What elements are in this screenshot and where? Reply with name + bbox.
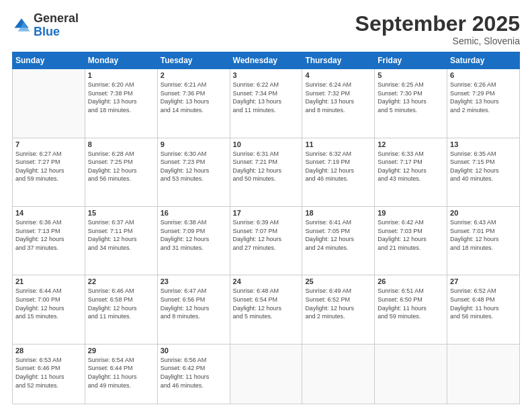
day-number: 18 [305,209,371,217]
calendar-cell: 19Sunrise: 6:42 AMSunset: 7:03 PMDayligh… [375,207,447,275]
calendar-header-thursday: Thursday [302,52,375,69]
day-number: 25 [305,277,371,285]
day-number: 17 [233,209,300,217]
cell-info: Sunrise: 6:47 AMSunset: 6:56 PMDaylight:… [161,287,227,320]
calendar-cell: 26Sunrise: 6:51 AMSunset: 6:50 PMDayligh… [375,275,447,344]
day-number: 21 [15,277,82,285]
calendar-cell: 4Sunrise: 6:24 AMSunset: 7:32 PMDaylight… [302,69,375,138]
calendar-header-friday: Friday [375,52,447,69]
calendar-cell: 9Sunrise: 6:30 AMSunset: 7:23 PMDaylight… [157,138,230,206]
calendar-cell [13,69,85,138]
day-number: 7 [15,140,82,148]
logo: General Blue [12,12,79,39]
day-number: 27 [450,277,517,285]
calendar-header-monday: Monday [85,52,157,69]
calendar-cell: 18Sunrise: 6:41 AMSunset: 7:05 PMDayligh… [302,207,375,275]
calendar-cell: 14Sunrise: 6:36 AMSunset: 7:13 PMDayligh… [13,207,85,275]
cell-info: Sunrise: 6:56 AMSunset: 6:42 PMDaylight:… [161,356,227,390]
cell-info: Sunrise: 6:22 AMSunset: 7:34 PMDaylight:… [233,81,300,114]
calendar-cell: 25Sunrise: 6:49 AMSunset: 6:52 PMDayligh… [302,275,375,344]
day-number: 22 [88,277,154,285]
logo-text: General Blue [34,12,79,39]
calendar-cell: 29Sunrise: 6:54 AMSunset: 6:44 PMDayligh… [85,344,157,404]
calendar-cell: 27Sunrise: 6:52 AMSunset: 6:48 PMDayligh… [447,275,520,344]
month-title: September 2025 [355,12,520,36]
cell-info: Sunrise: 6:43 AMSunset: 7:01 PMDaylight:… [450,218,517,252]
cell-info: Sunrise: 6:54 AMSunset: 6:44 PMDaylight:… [88,356,154,390]
day-number: 9 [161,140,227,148]
day-number: 16 [161,209,227,217]
cell-info: Sunrise: 6:42 AMSunset: 7:03 PMDaylight:… [378,218,444,252]
calendar-cell: 17Sunrise: 6:39 AMSunset: 7:07 PMDayligh… [230,207,302,275]
cell-info: Sunrise: 6:41 AMSunset: 7:05 PMDaylight:… [305,218,371,252]
calendar-week-1: 1Sunrise: 6:20 AMSunset: 7:38 PMDaylight… [13,69,520,138]
day-number: 12 [378,140,444,148]
logo-blue: Blue [34,26,79,39]
day-number: 15 [88,209,154,217]
cell-info: Sunrise: 6:30 AMSunset: 7:23 PMDaylight:… [161,150,227,183]
cell-info: Sunrise: 6:24 AMSunset: 7:32 PMDaylight:… [305,81,371,114]
day-number: 30 [161,347,227,355]
cell-info: Sunrise: 6:21 AMSunset: 7:36 PMDaylight:… [161,81,227,114]
calendar-cell: 3Sunrise: 6:22 AMSunset: 7:34 PMDaylight… [230,69,302,138]
calendar-header-row: SundayMondayTuesdayWednesdayThursdayFrid… [13,52,520,69]
calendar-cell: 23Sunrise: 6:47 AMSunset: 6:56 PMDayligh… [157,275,230,344]
day-number: 11 [305,140,371,148]
cell-info: Sunrise: 6:51 AMSunset: 6:50 PMDaylight:… [378,287,444,320]
logo-icon [12,16,31,35]
page: General Blue September 2025 Semic, Slove… [0,0,532,411]
calendar-cell: 6Sunrise: 6:26 AMSunset: 7:29 PMDaylight… [447,69,520,138]
calendar-cell: 21Sunrise: 6:44 AMSunset: 7:00 PMDayligh… [13,275,85,344]
calendar-cell [375,344,447,404]
calendar-cell: 16Sunrise: 6:38 AMSunset: 7:09 PMDayligh… [157,207,230,275]
cell-info: Sunrise: 6:33 AMSunset: 7:17 PMDaylight:… [378,150,444,183]
calendar-week-3: 14Sunrise: 6:36 AMSunset: 7:13 PMDayligh… [13,207,520,275]
cell-info: Sunrise: 6:39 AMSunset: 7:07 PMDaylight:… [233,218,300,252]
calendar-cell: 30Sunrise: 6:56 AMSunset: 6:42 PMDayligh… [157,344,230,404]
calendar-cell: 5Sunrise: 6:25 AMSunset: 7:30 PMDaylight… [375,69,447,138]
cell-info: Sunrise: 6:38 AMSunset: 7:09 PMDaylight:… [161,218,227,252]
title-block: September 2025 Semic, Slovenia [355,12,520,46]
day-number: 6 [450,71,517,79]
calendar-week-2: 7Sunrise: 6:27 AMSunset: 7:27 PMDaylight… [13,138,520,206]
calendar-cell [447,344,520,404]
calendar-cell: 22Sunrise: 6:46 AMSunset: 6:58 PMDayligh… [85,275,157,344]
location: Semic, Slovenia [355,36,520,46]
day-number: 29 [88,347,154,355]
cell-info: Sunrise: 6:26 AMSunset: 7:29 PMDaylight:… [450,81,517,114]
calendar-cell: 1Sunrise: 6:20 AMSunset: 7:38 PMDaylight… [85,69,157,138]
day-number: 20 [450,209,517,217]
calendar-header-saturday: Saturday [447,52,520,69]
calendar-cell: 15Sunrise: 6:37 AMSunset: 7:11 PMDayligh… [85,207,157,275]
day-number: 4 [305,71,371,79]
header: General Blue September 2025 Semic, Slove… [12,12,520,46]
calendar-cell: 20Sunrise: 6:43 AMSunset: 7:01 PMDayligh… [447,207,520,275]
day-number: 1 [88,71,154,79]
cell-info: Sunrise: 6:35 AMSunset: 7:15 PMDaylight:… [450,150,517,183]
day-number: 13 [450,140,517,148]
cell-info: Sunrise: 6:31 AMSunset: 7:21 PMDaylight:… [233,150,300,183]
calendar-cell: 13Sunrise: 6:35 AMSunset: 7:15 PMDayligh… [447,138,520,206]
calendar-week-5: 28Sunrise: 6:53 AMSunset: 6:46 PMDayligh… [13,344,520,404]
cell-info: Sunrise: 6:48 AMSunset: 6:54 PMDaylight:… [233,287,300,320]
day-number: 28 [15,347,82,355]
calendar-header-wednesday: Wednesday [230,52,302,69]
calendar-cell [302,344,375,404]
day-number: 26 [378,277,444,285]
cell-info: Sunrise: 6:37 AMSunset: 7:11 PMDaylight:… [88,218,154,252]
cell-info: Sunrise: 6:20 AMSunset: 7:38 PMDaylight:… [88,81,154,114]
calendar-header-sunday: Sunday [13,52,85,69]
day-number: 14 [15,209,82,217]
cell-info: Sunrise: 6:27 AMSunset: 7:27 PMDaylight:… [15,150,82,183]
cell-info: Sunrise: 6:36 AMSunset: 7:13 PMDaylight:… [15,218,82,252]
cell-info: Sunrise: 6:25 AMSunset: 7:30 PMDaylight:… [378,81,444,114]
cell-info: Sunrise: 6:44 AMSunset: 7:00 PMDaylight:… [15,287,82,320]
day-number: 8 [88,140,154,148]
day-number: 19 [378,209,444,217]
calendar-cell: 7Sunrise: 6:27 AMSunset: 7:27 PMDaylight… [13,138,85,206]
calendar-cell: 11Sunrise: 6:32 AMSunset: 7:19 PMDayligh… [302,138,375,206]
day-number: 24 [233,277,300,285]
cell-info: Sunrise: 6:52 AMSunset: 6:48 PMDaylight:… [450,287,517,320]
calendar-cell: 12Sunrise: 6:33 AMSunset: 7:17 PMDayligh… [375,138,447,206]
calendar-cell: 10Sunrise: 6:31 AMSunset: 7:21 PMDayligh… [230,138,302,206]
